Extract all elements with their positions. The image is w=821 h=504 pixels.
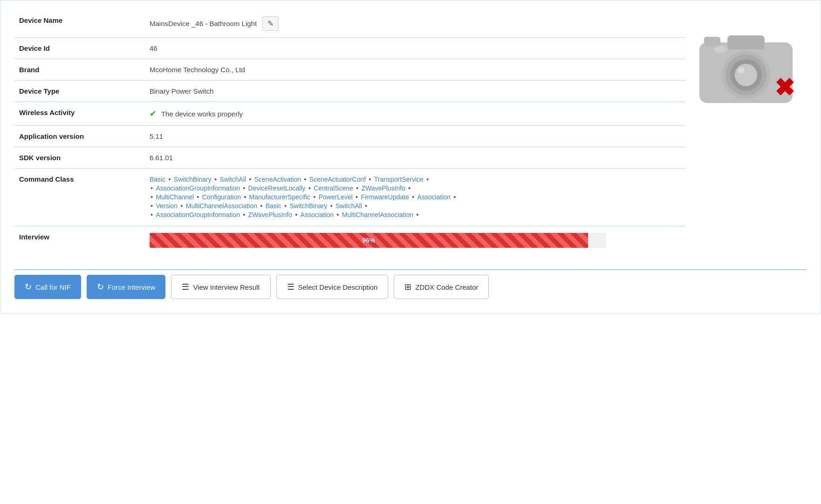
interview-progress-bar: 96%: [150, 233, 606, 248]
device-name-cell: MainsDevice _46 - Bathroom Light ✎: [150, 16, 681, 31]
cmd-class-link[interactable]: AssociationGroupInformation: [156, 184, 240, 192]
device-id-label: Device Id: [14, 38, 145, 59]
cmd-class-link[interactable]: SwitchAll: [335, 202, 362, 210]
wireless-check-icon: ✔: [150, 109, 157, 118]
view-result-icon: ☰: [182, 282, 189, 292]
app-version-label: Application version: [14, 126, 145, 147]
edit-device-name-button[interactable]: ✎: [262, 16, 279, 31]
sdk-version-row: SDK version 6.61.01: [14, 147, 685, 169]
device-type-row: Device Type Binary Power Switch: [14, 81, 685, 102]
zddx-icon: ⊞: [404, 282, 411, 292]
cmd-class-link[interactable]: PowerLevel: [319, 193, 353, 201]
cmd-class-link[interactable]: Basic: [266, 202, 281, 210]
zddx-code-creator-button[interactable]: ⊞ ZDDX Code Creator: [394, 275, 489, 299]
action-buttons-bar: ↻ Call for NIF ↻ Force Interview ☰ View …: [14, 269, 807, 299]
device-type-value: Binary Power Switch: [145, 81, 685, 102]
cmd-class-link[interactable]: SwitchBinary: [174, 176, 212, 183]
select-desc-icon: ☰: [287, 282, 294, 292]
cmd-class-link[interactable]: Basic: [150, 176, 165, 183]
cmd-class-link[interactable]: ManufacturerSpecific: [249, 193, 311, 201]
svg-rect-1: [727, 35, 765, 49]
app-version-row: Application version 5.11: [14, 126, 685, 147]
cmd-class-link[interactable]: MultiChannelAssociation: [186, 202, 257, 210]
device-name-row: Device Name MainsDevice _46 - Bathroom L…: [14, 10, 685, 38]
device-info-container: Device Name MainsDevice _46 - Bathroom L…: [0, 0, 821, 313]
brand-row: Brand McoHome Technology Co., Ltd: [14, 59, 685, 81]
error-x-icon: ✖: [774, 75, 795, 100]
cmd-class-link[interactable]: MultiChannel: [156, 193, 194, 201]
device-id-value: 46: [145, 38, 685, 59]
info-table-wrapper: Device Name MainsDevice _46 - Bathroom L…: [14, 10, 685, 254]
interview-bar-fill: 96%: [150, 233, 588, 248]
call-nif-icon: ↻: [25, 282, 32, 292]
cmd-class-link[interactable]: TransportService: [374, 176, 424, 183]
sdk-version-label: SDK version: [14, 147, 145, 169]
cmd-class-link[interactable]: AssociationGroupInformation: [156, 211, 240, 218]
device-id-row: Device Id 46: [14, 38, 685, 59]
command-class-cell: Basic • SwitchBinary • SwitchAll • Scene…: [145, 169, 685, 226]
svg-point-7: [738, 67, 745, 74]
view-interview-result-button[interactable]: ☰ View Interview Result: [171, 275, 270, 299]
sdk-version-value: 6.61.01: [145, 147, 685, 169]
command-class-row: Command Class Basic • SwitchBinary • Swi…: [14, 169, 685, 226]
call-nif-button[interactable]: ↻ Call for NIF: [14, 275, 81, 299]
cmd-class-link[interactable]: DeviceResetLocally: [248, 184, 306, 192]
interview-bar-label: 96%: [150, 237, 588, 244]
cmd-class-link[interactable]: CentralScene: [314, 184, 353, 192]
app-version-value: 5.11: [145, 126, 685, 147]
svg-point-6: [735, 64, 757, 86]
force-interview-icon: ↻: [97, 282, 104, 292]
interview-label: Interview: [14, 226, 145, 255]
device-type-label: Device Type: [14, 81, 145, 102]
wireless-label: Wireless Activity: [14, 102, 145, 126]
wireless-row: Wireless Activity ✔ The device works pro…: [14, 102, 685, 126]
device-name-value: MainsDevice _46 - Bathroom Light: [150, 20, 257, 27]
brand-value: McoHome Technology Co., Ltd: [145, 59, 685, 81]
cmd-class-link[interactable]: SceneActivation: [254, 176, 301, 183]
cmd-class-link[interactable]: Association: [417, 193, 451, 201]
cmd-class-link[interactable]: SwitchAll: [219, 176, 246, 183]
command-class-label: Command Class: [14, 169, 145, 226]
svg-point-8: [713, 46, 727, 53]
device-photo-area: ✖: [685, 10, 807, 104]
cmd-class-link[interactable]: ZWavePlusInfo: [248, 211, 292, 218]
svg-rect-2: [704, 37, 720, 46]
top-section: Device Name MainsDevice _46 - Bathroom L…: [14, 10, 807, 254]
cmd-class-link[interactable]: SceneActuatorConf: [309, 176, 366, 183]
select-device-description-button[interactable]: ☰ Select Device Description: [276, 275, 389, 299]
force-interview-button[interactable]: ↻ Force Interview: [87, 275, 166, 299]
cmd-class-link[interactable]: SwitchBinary: [289, 202, 327, 210]
info-table: Device Name MainsDevice _46 - Bathroom L…: [14, 10, 685, 254]
interview-row: Interview 96%: [14, 226, 685, 255]
cmd-class-link[interactable]: FirmwareUpdate: [361, 193, 409, 201]
brand-label: Brand: [14, 59, 145, 81]
cmd-class-link[interactable]: MultiChannelAssociation: [342, 211, 413, 218]
wireless-status: The device works properly: [161, 110, 243, 118]
cmd-class-link[interactable]: Version: [156, 202, 178, 210]
camera-placeholder: ✖: [695, 19, 797, 104]
cmd-class-link[interactable]: ZWavePlusInfo: [362, 184, 405, 192]
cmd-class-link[interactable]: Association: [301, 211, 334, 218]
device-name-label: Device Name: [14, 10, 145, 38]
cmd-class-link[interactable]: Configuration: [202, 193, 241, 201]
